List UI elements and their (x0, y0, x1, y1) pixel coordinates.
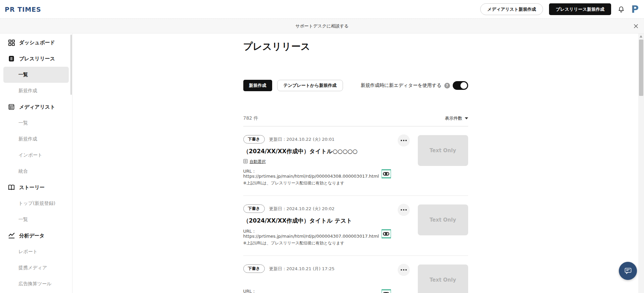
thumbnail-placeholder: Text Only (418, 204, 468, 235)
thumbnail-label: Text Only (430, 148, 456, 154)
book-icon (7, 183, 15, 191)
release-list: 下書き 更新日 : 2024.10.22 (火) 20:01 （2024/XX/… (243, 126, 468, 293)
release-url: URL : https://prtimes.jp/main/html/rd/p/… (243, 289, 379, 293)
more-options-button[interactable] (398, 264, 410, 276)
sidebar-item-media-list-merge[interactable]: 統合 (3, 163, 69, 179)
main-content: プレスリリース 新規作成 テンプレートから新規作成 新規作成時に新エディターを使… (73, 34, 638, 293)
sidebar-item-story-list[interactable]: 一覧 (3, 212, 69, 228)
updated-date: 更新日 : 2024.10.22 (火) 20:01 (269, 136, 335, 142)
scrollbar-up-arrow-icon[interactable] (640, 35, 642, 38)
display-count-label: 表示件数 (445, 115, 462, 121)
link-icon (382, 230, 391, 237)
sidebar-item-analytics-report[interactable]: レポート (3, 244, 69, 260)
account-avatar[interactable]: P (631, 4, 639, 14)
sidebar-item-analytics-ad-conversion[interactable]: 広告換算ツール (3, 276, 69, 292)
chevron-down-icon (465, 117, 468, 119)
release-title[interactable] (243, 277, 391, 285)
sidebar-item-media-list-list[interactable]: 一覧 (3, 115, 69, 131)
create-media-list-button[interactable]: メディアリスト新規作成 (480, 3, 543, 15)
create-press-release-button[interactable]: プレスリリース新規作成 (549, 3, 611, 15)
status-badge: 下書き (243, 135, 265, 143)
press-release-item-2: 下書き 更新日 : 2024.10.22 (火) 20:02 （2024/XX/… (243, 196, 468, 256)
result-count: 782 件 (243, 115, 258, 121)
toggle-knob (460, 82, 467, 89)
category-icon (243, 159, 248, 165)
release-title[interactable]: （2024/XX/XX作成中）タイトル テスト (243, 217, 391, 225)
editor-toggle-group: 新規作成時に新エディターを使用する ? (361, 81, 468, 90)
sidebar-item-media-list-import[interactable]: インポート (3, 147, 69, 163)
dashboard-icon (7, 39, 15, 47)
support-banner-link[interactable]: サポートデスクに相談する (295, 23, 349, 29)
release-url: URL : https://prtimes.jp/main/html/rd/p/… (243, 229, 379, 239)
auto-select-row: 自動選択 (243, 159, 391, 165)
count-row: 782 件 表示件数 (243, 115, 468, 126)
scrollbar-thumb[interactable] (639, 40, 643, 96)
status-badge: 下書き (243, 265, 265, 273)
release-title[interactable]: （2024/XX/XX作成中）タイトル○○○○○ (243, 148, 391, 156)
thumbnail-placeholder: Text Only (418, 265, 468, 293)
auto-select-link[interactable]: 自動選択 (250, 159, 266, 165)
sidebar-scrollbar-thumb[interactable] (70, 35, 72, 95)
thumbnail-label: Text Only (430, 217, 456, 223)
document-icon (7, 55, 15, 63)
sidebar-item-press-release-new[interactable]: 新規作成 (3, 83, 69, 99)
updated-date: 更新日 : 2024.10.22 (火) 20:02 (269, 206, 335, 212)
medialist-icon (7, 103, 15, 111)
actions-row: 新規作成 テンプレートから新規作成 新規作成時に新エディターを使用する ? (243, 80, 468, 91)
sidebar-item-press-release-list[interactable]: 一覧 (3, 67, 69, 83)
editor-toggle-label: 新規作成時に新エディターを使用する (361, 82, 442, 89)
link-icon (382, 290, 391, 293)
sidebar-item-media-list-new[interactable]: 新規作成 (3, 131, 69, 147)
chat-bubble-icon (624, 266, 633, 276)
link-icon (382, 170, 391, 177)
url-note: ※上記URLは、プレスリリース配信後に有効となります (243, 180, 391, 186)
support-banner: サポートデスクに相談する (0, 19, 644, 34)
bell-icon[interactable] (617, 5, 625, 13)
sidebar-item-story[interactable]: ストーリー (3, 179, 69, 195)
sidebar-item-dashboard[interactable]: ダッシュボード (3, 35, 69, 51)
new-editor-toggle[interactable] (453, 81, 468, 90)
sidebar-item-media-list[interactable]: メディアリスト (3, 99, 69, 115)
more-options-button[interactable] (398, 134, 410, 146)
chart-icon (7, 232, 15, 240)
press-release-item-3: 下書き 更新日 : 2024.10.21 (月) 17:25 URL : htt… (243, 256, 468, 293)
sidebar-item-story-top[interactable]: トップ(新規登録) (3, 195, 69, 212)
copy-link-button[interactable] (382, 169, 391, 178)
help-icon[interactable]: ? (444, 83, 450, 89)
url-note: ※上記URLは、プレスリリース配信後に有効となります (243, 240, 391, 246)
prtimes-logo[interactable]: PR TIMES (5, 6, 41, 13)
sidebar-item-analytics[interactable]: 分析データ (3, 228, 69, 244)
close-icon[interactable] (633, 23, 639, 30)
updated-date: 更新日 : 2024.10.21 (月) 17:25 (269, 266, 335, 272)
sidebar-nav: ダッシュボード プレスリリース 一覧 新規作成 メディアリスト 一覧 新規作成 … (0, 34, 72, 293)
more-options-button[interactable] (398, 204, 410, 216)
status-badge: 下書き (243, 204, 265, 213)
chat-support-button[interactable] (619, 262, 637, 280)
thumbnail-label: Text Only (430, 277, 456, 283)
sidebar-item-analytics-partner-media[interactable]: 提携メディア (3, 260, 69, 276)
top-header: PR TIMES メディアリスト新規作成 プレスリリース新規作成 P (0, 0, 644, 19)
sidebar-item-press-release[interactable]: プレスリリース (3, 51, 69, 67)
display-count-dropdown[interactable]: 表示件数 (445, 115, 468, 121)
page-title: プレスリリース (243, 40, 468, 53)
new-release-button[interactable]: 新規作成 (243, 80, 272, 91)
copy-link-button[interactable] (382, 289, 391, 293)
main-scrollbar[interactable] (638, 34, 644, 293)
thumbnail-placeholder: Text Only (418, 135, 468, 166)
header-actions: メディアリスト新規作成 プレスリリース新規作成 P (480, 3, 639, 15)
press-release-item-1: 下書き 更新日 : 2024.10.22 (火) 20:01 （2024/XX/… (243, 126, 468, 196)
new-from-template-button[interactable]: テンプレートから新規作成 (277, 80, 343, 91)
copy-link-button[interactable] (382, 229, 391, 238)
release-url: URL : https://prtimes.jp/main/html/rd/p/… (243, 169, 379, 179)
